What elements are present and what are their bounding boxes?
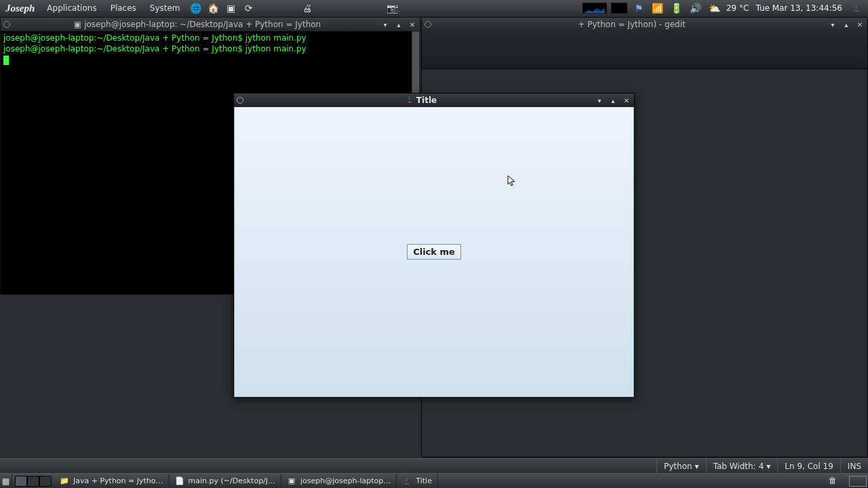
terminal-line: joseph@joseph-laptop:~/Desktop/Java + Py… bbox=[3, 33, 307, 43]
wifi-icon[interactable]: 📶 bbox=[650, 1, 665, 16]
battery-icon[interactable]: 🔋 bbox=[669, 1, 684, 16]
close-button[interactable]: ✕ bbox=[408, 21, 417, 28]
taskbar-item-gedit[interactable]: 📄 main.py (~/Desktop/J… bbox=[170, 474, 282, 488]
minimize-button[interactable]: ▾ bbox=[380, 21, 390, 28]
terminal-app-icon: ▣ bbox=[74, 20, 81, 29]
cpu-monitor[interactable] bbox=[611, 3, 627, 14]
swing-title: Title bbox=[416, 96, 437, 105]
folder-icon: 📁 bbox=[60, 476, 69, 486]
chevron-down-icon: ▾ bbox=[766, 462, 770, 471]
swing-titlebar[interactable]: Title ▾ ▴ ✕ bbox=[234, 94, 634, 107]
desktop-switcher[interactable] bbox=[849, 476, 867, 487]
weather-temp: 29 °C bbox=[726, 3, 749, 13]
maximize-button[interactable]: ▴ bbox=[608, 97, 618, 104]
minimize-button[interactable]: ▾ bbox=[595, 97, 604, 104]
menu-applications[interactable]: Applications bbox=[41, 0, 102, 16]
trash-icon[interactable]: 🗑 bbox=[829, 476, 846, 487]
update-icon[interactable]: ⟳ bbox=[241, 1, 256, 16]
close-button[interactable]: ✕ bbox=[855, 21, 865, 28]
java-tray-icon[interactable] bbox=[849, 1, 864, 16]
terminal-icon: ▣ bbox=[287, 476, 296, 486]
clock[interactable]: Tue Mar 13, 13:44:56 bbox=[753, 3, 845, 13]
swing-window: Title ▾ ▴ ✕ Click me bbox=[233, 93, 635, 398]
top-panel: Joseph Applications Places System 🌐 🏠 ▣ … bbox=[0, 0, 868, 16]
terminal-titlebar[interactable]: ▣ joseph@joseph-laptop: ~/Desktop/Java +… bbox=[1, 18, 420, 31]
click-me-button[interactable]: Click me bbox=[407, 244, 461, 260]
gedit-statusbar: Python▾ Tab Width: 4 ▾ Ln 9, Col 19 INS bbox=[0, 458, 868, 473]
show-desktop-button[interactable]: ▦ bbox=[0, 474, 12, 488]
tabwidth-selector[interactable]: Tab Width: 4 ▾ bbox=[706, 459, 778, 473]
menu-system[interactable]: System bbox=[144, 0, 186, 16]
terminal-cursor bbox=[3, 56, 9, 65]
taskbar-item-terminal[interactable]: ▣ joseph@joseph-laptop… bbox=[281, 474, 397, 488]
java-icon bbox=[402, 476, 412, 486]
cursor-position: Ln 9, Col 19 bbox=[777, 459, 840, 473]
maximize-button[interactable]: ▴ bbox=[842, 21, 851, 28]
network-monitor[interactable] bbox=[583, 3, 607, 14]
terminal-title: joseph@joseph-laptop: ~/Desktop/Java + P… bbox=[84, 20, 321, 29]
workspace-3[interactable] bbox=[39, 476, 52, 487]
swing-content: Click me bbox=[234, 107, 634, 397]
gedit-titlebar[interactable]: + Python = Jython) - gedit ▾ ▴ ✕ bbox=[422, 18, 867, 31]
bottom-panel: ▦ 📁 Java + Python = Jytho… 📄 main.py (~/… bbox=[0, 473, 868, 488]
home-icon[interactable]: 🏠 bbox=[206, 1, 221, 16]
gedit-title: + Python = Jython) - gedit bbox=[435, 20, 828, 29]
window-menu-icon[interactable] bbox=[3, 21, 10, 28]
menu-places[interactable]: Places bbox=[105, 0, 142, 16]
window-menu-icon[interactable] bbox=[425, 21, 431, 28]
workspace-pager[interactable] bbox=[12, 476, 54, 487]
taskbar-item-folder[interactable]: 📁 Java + Python = Jytho… bbox=[54, 474, 170, 488]
terminal-line: joseph@joseph-laptop:~/Desktop/Java + Py… bbox=[3, 44, 307, 54]
taskbar-item-java[interactable]: Title bbox=[397, 474, 438, 488]
insert-mode[interactable]: INS bbox=[840, 459, 868, 473]
camera-icon[interactable]: 📷 bbox=[385, 1, 400, 16]
bluetooth-icon[interactable]: ⚑ bbox=[631, 1, 646, 16]
gedit-toolbar bbox=[422, 31, 867, 69]
document-icon: 📄 bbox=[175, 476, 184, 486]
language-selector[interactable]: Python▾ bbox=[656, 459, 706, 473]
workspace-1[interactable] bbox=[15, 476, 27, 487]
distro-brand: Joseph bbox=[0, 3, 39, 14]
browser-icon[interactable]: 🌐 bbox=[189, 1, 203, 16]
window-menu-icon[interactable] bbox=[237, 97, 243, 104]
maximize-button[interactable]: ▴ bbox=[394, 21, 403, 28]
workspace-2[interactable] bbox=[27, 476, 39, 487]
weather-icon: ⛅ bbox=[707, 1, 722, 16]
minimize-button[interactable]: ▾ bbox=[828, 21, 837, 28]
volume-icon[interactable]: 🔊 bbox=[688, 1, 703, 16]
terminal-icon[interactable]: ▣ bbox=[224, 1, 239, 16]
printer-icon[interactable]: 🖨 bbox=[300, 1, 315, 16]
close-button[interactable]: ✕ bbox=[622, 97, 631, 104]
java-icon bbox=[406, 96, 414, 106]
chevron-down-icon: ▾ bbox=[695, 462, 699, 471]
